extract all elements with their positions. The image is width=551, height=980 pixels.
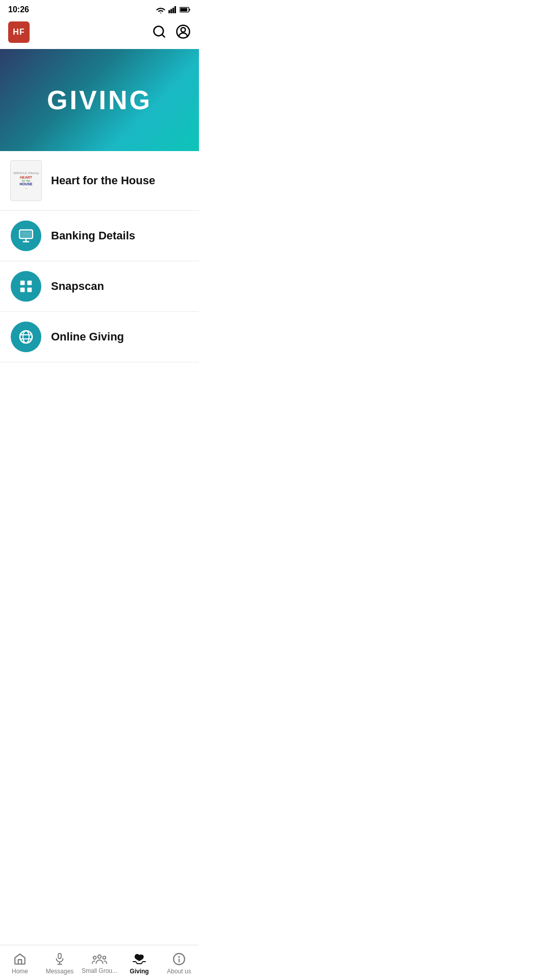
svg-rect-3 — [174, 6, 176, 13]
search-icon — [152, 24, 166, 39]
snapscan-icon-wrap — [10, 271, 42, 302]
svg-point-26 — [103, 956, 106, 959]
svg-rect-1 — [170, 9, 172, 13]
svg-point-19 — [20, 331, 32, 343]
nav-item-messages[interactable]: Messages — [40, 950, 80, 977]
svg-line-8 — [162, 34, 164, 37]
list-item-online-giving[interactable]: Online Giving — [0, 312, 199, 362]
hero-title: GIVING — [47, 85, 152, 115]
online-giving-icon-bg — [11, 322, 41, 352]
bottom-nav: Home Messages Small Grou... — [0, 945, 199, 980]
nav-small-groups-label: Small Grou... — [82, 967, 117, 974]
about-icon — [172, 952, 186, 966]
status-icons — [156, 6, 191, 13]
bottom-spacer — [0, 362, 199, 429]
svg-rect-21 — [58, 953, 61, 959]
nav-item-small-groups[interactable]: Small Grou... — [80, 951, 119, 976]
giving-icon — [132, 952, 146, 966]
microphone-icon — [54, 952, 66, 966]
svg-point-25 — [93, 956, 96, 959]
online-giving-icon-wrap — [10, 321, 42, 353]
list-item-snapscan[interactable]: Snapscan — [0, 261, 199, 312]
monitor-icon — [18, 229, 34, 243]
small-groups-icon — [92, 953, 107, 965]
thumb-miracle-text: MIRACLE Offering — [13, 172, 39, 175]
banking-icon-bg — [11, 220, 41, 251]
svg-rect-5 — [189, 9, 190, 11]
wifi-icon — [156, 6, 165, 13]
phone-container: 10:26 HF — [0, 0, 199, 431]
list-item-heart-for-house[interactable]: MIRACLE Offering HEART for the HOUSE ∞ H… — [0, 151, 199, 211]
svg-rect-0 — [168, 10, 170, 13]
nav-home-label: Home — [12, 968, 28, 975]
top-nav: HF — [0, 17, 199, 49]
profile-icon — [176, 24, 191, 39]
svg-rect-14 — [21, 231, 31, 237]
home-icon — [13, 952, 27, 966]
signal-icon — [168, 6, 177, 13]
svg-rect-2 — [172, 8, 174, 13]
search-button[interactable] — [152, 24, 166, 40]
list-item-banking-details[interactable]: Banking Details — [0, 211, 199, 261]
thumb-heart: HEART — [20, 176, 32, 180]
hero-banner: GIVING — [0, 49, 199, 151]
svg-rect-16 — [28, 281, 32, 285]
thumb-house: HOUSE — [20, 182, 33, 186]
nav-item-home[interactable]: Home — [0, 950, 40, 977]
svg-point-10 — [181, 27, 186, 32]
status-bar: 10:26 — [0, 0, 199, 17]
nav-about-label: About us — [167, 968, 191, 975]
app-logo[interactable]: HF — [8, 21, 30, 43]
snapscan-label: Snapscan — [51, 280, 104, 293]
svg-point-20 — [23, 331, 29, 343]
svg-rect-18 — [28, 288, 32, 292]
banking-details-label: Banking Details — [51, 229, 135, 242]
status-time: 10:26 — [8, 5, 29, 14]
grid-icon — [18, 279, 34, 294]
nav-action-icons — [152, 24, 191, 41]
giving-list: MIRACLE Offering HEART for the HOUSE ∞ H… — [0, 151, 199, 362]
heart-house-label: Heart for the House — [51, 174, 155, 187]
svg-point-24 — [98, 955, 102, 959]
heart-house-thumbnail: MIRACLE Offering HEART for the HOUSE ∞ — [10, 160, 42, 201]
battery-icon — [180, 7, 191, 13]
profile-button[interactable] — [176, 24, 191, 41]
online-giving-label: Online Giving — [51, 330, 124, 344]
nav-item-about-us[interactable]: About us — [159, 950, 199, 977]
svg-rect-17 — [20, 288, 25, 292]
svg-rect-15 — [20, 281, 25, 285]
nav-item-giving[interactable]: Giving — [119, 950, 159, 977]
snapscan-icon-bg — [11, 271, 41, 302]
nav-messages-label: Messages — [46, 968, 74, 975]
nav-giving-label: Giving — [130, 968, 148, 975]
thumb-infinity: ∞ — [25, 187, 27, 190]
dribbble-icon — [18, 329, 34, 345]
banking-icon-wrap — [10, 220, 42, 252]
svg-rect-6 — [180, 8, 187, 11]
